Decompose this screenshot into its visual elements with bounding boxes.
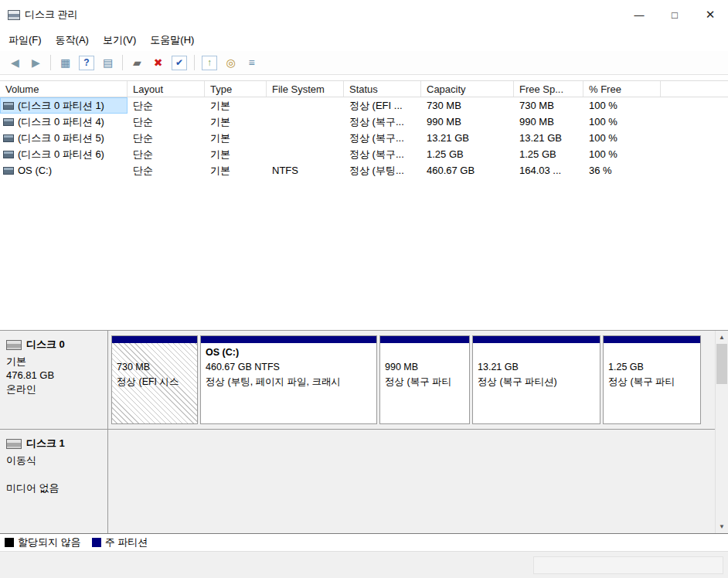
- partition-size: 1.25 GB: [608, 360, 696, 375]
- app-icon: [8, 10, 20, 20]
- capacity-cell: 1.25 GB: [421, 146, 514, 162]
- table-row[interactable]: (디스크 0 파티션 4) 단순 기본 정상 (복구... 990 MB 990…: [0, 114, 728, 130]
- toolbar-separator: [122, 55, 123, 70]
- disk-name: 디스크 0: [26, 338, 65, 352]
- disk-icon: [6, 439, 22, 449]
- menubar: 파일(F) 동작(A) 보기(V) 도움말(H): [0, 29, 728, 51]
- table-row[interactable]: (디스크 0 파티션 1) 단순 기본 정상 (EFI ... 730 MB 7…: [0, 97, 728, 114]
- status-cell: 정상 (EFI ...: [344, 97, 421, 114]
- back-icon[interactable]: ◀: [5, 54, 25, 72]
- volume-cell[interactable]: (디스크 0 파티션 5): [0, 130, 128, 146]
- volume-cell[interactable]: (디스크 0 파티션 4): [0, 114, 128, 130]
- menu-view[interactable]: 보기(V): [96, 29, 143, 51]
- percent-free-cell: 36 %: [583, 162, 661, 178]
- show-console-tree-icon[interactable]: ▦: [56, 54, 75, 72]
- partition[interactable]: 730 MB 정상 (EFI 시스: [111, 335, 198, 424]
- partition[interactable]: 13.21 GB 정상 (복구 파티션): [472, 335, 600, 424]
- help-icon[interactable]: ?: [79, 56, 94, 70]
- header-status[interactable]: Status: [344, 81, 421, 97]
- header-free-space[interactable]: Free Sp...: [514, 81, 583, 97]
- capacity-cell: 730 MB: [421, 97, 514, 114]
- volume-table-body: (디스크 0 파티션 1) 단순 기본 정상 (EFI ... 730 MB 7…: [0, 97, 728, 178]
- percent-free-cell: 100 %: [583, 114, 661, 130]
- scroll-thumb[interactable]: [716, 344, 727, 384]
- show-action-pane-icon[interactable]: ▤: [98, 54, 117, 72]
- menu-file[interactable]: 파일(F): [2, 29, 49, 51]
- layout-cell: 단순: [128, 114, 205, 130]
- volume-label: (디스크 0 파티션 6): [18, 148, 104, 162]
- header-volume[interactable]: Volume: [0, 81, 128, 97]
- table-row[interactable]: OS (C:) 단순 기본 NTFS 정상 (부팅... 460.67 GB 1…: [0, 162, 728, 178]
- disk-icon: [6, 340, 22, 350]
- partition-text: 13.21 GB 정상 (복구 파티션): [473, 343, 600, 423]
- scroll-up-icon[interactable]: ▲: [716, 331, 728, 344]
- partition[interactable]: 1.25 GB 정상 (복구 파티: [603, 335, 701, 424]
- file-system-cell: [267, 114, 344, 130]
- layout-cell: 단순: [128, 162, 205, 178]
- layout-cell: 단순: [128, 130, 205, 146]
- status-bar: [0, 551, 728, 578]
- properties-icon[interactable]: ▰: [128, 54, 147, 72]
- percent-free-cell: 100 %: [583, 97, 661, 114]
- partition[interactable]: 990 MB 정상 (복구 파티: [379, 335, 470, 424]
- minimize-button[interactable]: —: [621, 0, 657, 29]
- status-cell: 정상 (복구...: [344, 130, 421, 146]
- table-row[interactable]: (디스크 0 파티션 6) 단순 기본 정상 (복구... 1.25 GB 1.…: [0, 146, 728, 162]
- layout-cell: 단순: [128, 146, 205, 162]
- table-row[interactable]: (디스크 0 파티션 5) 단순 기본 정상 (복구... 13.21 GB 1…: [0, 130, 728, 146]
- mark-partition-active-icon[interactable]: ✔: [172, 56, 187, 70]
- disk-header[interactable]: 디스크 0 기본476.81 GB온라인: [0, 331, 108, 429]
- volume-cell[interactable]: OS (C:): [0, 162, 128, 178]
- legend-item: 할당되지 않음: [5, 536, 81, 549]
- explore-folder-icon[interactable]: ◎: [221, 54, 240, 72]
- toolbar-separator: [194, 55, 195, 70]
- disk-info-line: 기본: [6, 355, 101, 369]
- volume-label: (디스크 0 파티션 4): [18, 115, 104, 129]
- view-options-icon[interactable]: ≡: [242, 54, 261, 72]
- delete-volume-icon[interactable]: ✖: [148, 54, 168, 72]
- file-system-cell: [267, 97, 344, 114]
- header-type[interactable]: Type: [205, 81, 267, 97]
- capacity-cell: 460.67 GB: [421, 162, 514, 178]
- partition[interactable]: OS (C:) 460.67 GB NTFS 정상 (부팅, 페이지 파일, 크…: [200, 335, 377, 424]
- legend-swatch: [5, 538, 14, 547]
- free-space-cell: 164.03 ...: [514, 162, 583, 178]
- forward-icon[interactable]: ▶: [26, 54, 46, 72]
- disk-header[interactable]: 디스크 1 이동식 미디어 없음: [0, 430, 108, 533]
- capacity-cell: 13.21 GB: [421, 130, 514, 146]
- drive-icon: [3, 134, 14, 142]
- volume-cell[interactable]: (디스크 0 파티션 1): [0, 97, 128, 114]
- partition-size: 990 MB: [385, 360, 464, 375]
- header-file-system[interactable]: File System: [267, 81, 344, 97]
- header-capacity[interactable]: Capacity: [421, 81, 514, 97]
- close-button[interactable]: ✕: [692, 0, 728, 29]
- menu-help[interactable]: 도움말(H): [143, 29, 201, 51]
- volume-label: OS (C:): [18, 165, 52, 176]
- disk-row: 디스크 0 기본476.81 GB온라인 730 MB 정상 (EFI 시스 O…: [0, 331, 728, 430]
- change-drive-letter-icon[interactable]: ↑: [202, 56, 217, 70]
- free-space-cell: 1.25 GB: [514, 146, 583, 162]
- partition-track: 730 MB 정상 (EFI 시스 OS (C:) 460.67 GB NTFS…: [108, 331, 728, 429]
- disk-info: 이동식 미디어 없음: [6, 454, 101, 495]
- legend: 할당되지 않음주 파티션: [0, 533, 728, 551]
- scroll-down-icon[interactable]: ▼: [716, 520, 728, 533]
- disk-info-line: 이동식: [6, 454, 101, 468]
- menu-action[interactable]: 동작(A): [49, 29, 96, 51]
- header-empty: [661, 81, 728, 97]
- file-system-cell: [267, 130, 344, 146]
- maximize-button[interactable]: □: [657, 0, 692, 29]
- vertical-scrollbar[interactable]: ▲ ▼: [715, 331, 728, 533]
- partition-status: 정상 (복구 파티션): [478, 375, 595, 389]
- partition-status: 정상 (EFI 시스: [117, 375, 192, 389]
- partition-status: 정상 (부팅, 페이지 파일, 크래시: [206, 375, 372, 389]
- header-layout[interactable]: Layout: [128, 81, 205, 97]
- header-percent-free[interactable]: % Free: [583, 81, 661, 97]
- volume-cell[interactable]: (디스크 0 파티션 6): [0, 146, 128, 162]
- disk-title: 디스크 0: [6, 338, 101, 352]
- toolbar-separator: [50, 55, 51, 70]
- partition-size: 460.67 GB NTFS: [206, 360, 372, 375]
- partition-name: [608, 345, 696, 360]
- capacity-cell: 990 MB: [421, 114, 514, 130]
- graphical-view-pane: 디스크 0 기본476.81 GB온라인 730 MB 정상 (EFI 시스 O…: [0, 330, 728, 533]
- partition-name: [117, 345, 192, 360]
